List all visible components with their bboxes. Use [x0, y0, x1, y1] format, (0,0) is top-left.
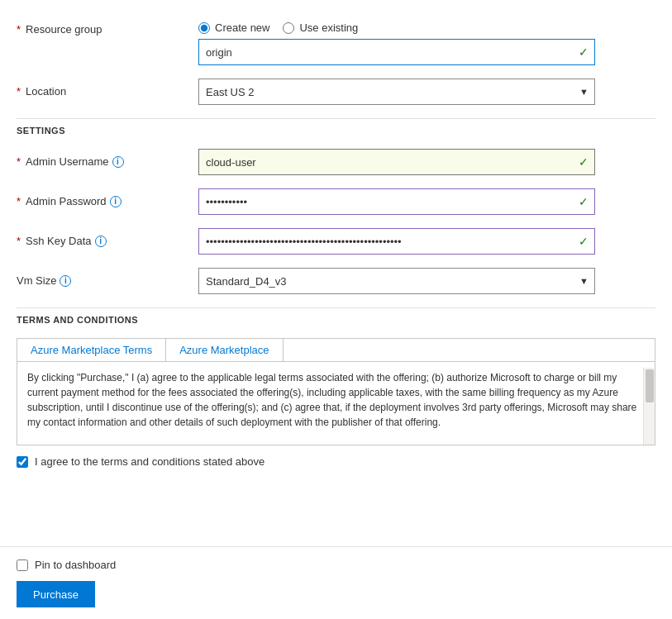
ssh-key-row: * Ssh Key Data i ✓	[17, 228, 655, 255]
create-new-option[interactable]: Create new	[198, 21, 269, 34]
admin-username-input[interactable]	[198, 149, 595, 175]
terms-box: Azure Marketplace Terms Azure Marketplac…	[17, 338, 655, 445]
resource-group-radio-group: Create new Use existing	[198, 17, 595, 34]
create-new-radio[interactable]	[198, 22, 210, 34]
ssh-key-input-wrap: ✓	[198, 228, 595, 255]
vm-size-select[interactable]: Standard_D4_v3 Standard_D2_v3 Standard_D…	[198, 268, 595, 294]
ssh-key-label: * Ssh Key Data i	[17, 228, 198, 247]
admin-username-control: ✓	[198, 149, 595, 175]
terms-section-title: TERMS AND CONDITIONS	[17, 307, 655, 335]
use-existing-radio[interactable]	[283, 22, 294, 34]
terms-agree-row: I agree to the terms and conditions stat…	[17, 455, 655, 468]
admin-username-label: * Admin Username i	[17, 149, 198, 168]
vm-size-info-icon[interactable]: i	[60, 275, 71, 287]
resource-group-input-wrap: ✓	[198, 39, 595, 65]
terms-tabs: Azure Marketplace Terms Azure Marketplac…	[17, 339, 655, 362]
admin-username-row: * Admin Username i ✓	[17, 149, 655, 175]
admin-password-row: * Admin Password i ✓	[17, 188, 655, 215]
pin-dashboard-label: Pin to dashboard	[35, 559, 116, 571]
vm-size-row: Vm Size i Standard_D4_v3 Standard_D2_v3 …	[17, 268, 655, 294]
azure-marketplace-terms-tab[interactable]: Azure Marketplace Terms	[17, 339, 166, 361]
terms-agree-label: I agree to the terms and conditions stat…	[35, 455, 265, 468]
terms-content: By clicking "Purchase," I (a) agree to t…	[17, 362, 655, 439]
admin-password-label: * Admin Password i	[17, 188, 198, 207]
pin-dashboard-checkbox[interactable]	[17, 559, 28, 571]
location-row: * Location East US 2 ▼	[17, 79, 655, 105]
ssh-key-control: ✓	[198, 228, 595, 255]
azure-marketplace-tab[interactable]: Azure Marketplace	[166, 339, 283, 361]
use-existing-option[interactable]: Use existing	[283, 21, 358, 34]
purchase-button[interactable]: Purchase	[17, 581, 95, 607]
vm-size-control: Standard_D4_v3 Standard_D2_v3 Standard_D…	[198, 268, 595, 294]
location-control: East US 2 ▼	[198, 79, 595, 105]
location-select[interactable]: East US 2	[198, 79, 595, 105]
admin-username-check-icon: ✓	[579, 155, 589, 169]
vm-size-select-wrap: Standard_D4_v3 Standard_D2_v3 Standard_D…	[198, 268, 595, 294]
resource-group-input[interactable]	[198, 39, 595, 65]
settings-section-title: SETTINGS	[17, 118, 655, 145]
admin-password-check-icon: ✓	[579, 195, 589, 208]
admin-password-input-wrap: ✓	[198, 188, 595, 215]
admin-username-input-wrap: ✓	[198, 149, 595, 175]
terms-scrollbar-thumb	[646, 369, 654, 402]
location-select-wrap: East US 2 ▼	[198, 79, 595, 105]
terms-agree-checkbox[interactable]	[17, 456, 28, 468]
pin-dashboard-row: Pin to dashboard	[17, 559, 655, 571]
resource-group-label: * Resource group	[17, 17, 198, 36]
vm-size-label: Vm Size i	[17, 268, 198, 287]
admin-password-control: ✓	[198, 188, 595, 215]
terms-scrollbar[interactable]	[643, 368, 655, 445]
ssh-key-input[interactable]	[198, 228, 595, 255]
bottom-bar: Pin to dashboard Purchase	[0, 546, 672, 619]
resource-group-control: Create new Use existing ✓	[198, 17, 595, 65]
admin-password-input[interactable]	[198, 188, 595, 215]
ssh-key-check-icon: ✓	[579, 235, 589, 248]
ssh-key-info-icon[interactable]: i	[95, 236, 107, 247]
admin-username-info-icon[interactable]: i	[112, 156, 124, 168]
resource-group-check-icon: ✓	[579, 45, 589, 59]
location-label: * Location	[17, 79, 198, 98]
admin-password-info-icon[interactable]: i	[110, 196, 122, 207]
